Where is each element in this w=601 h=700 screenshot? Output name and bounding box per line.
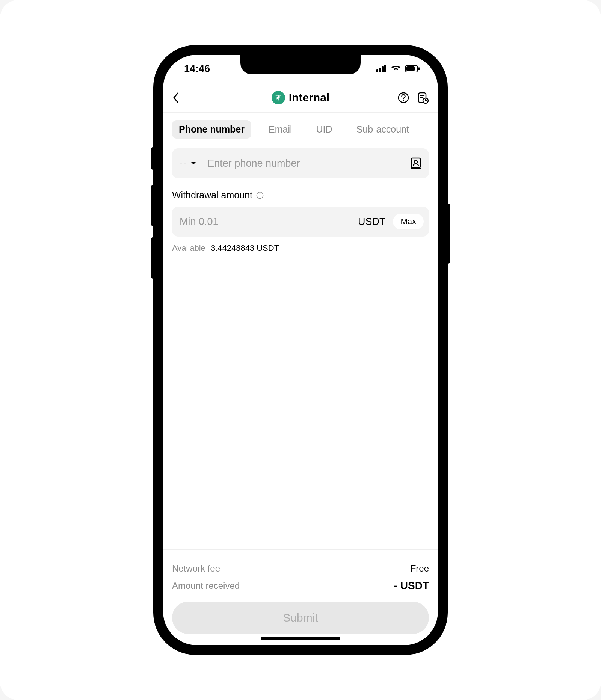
- svg-rect-1: [379, 68, 381, 72]
- amount-field: USDT Max: [172, 207, 429, 237]
- chevron-left-icon: [172, 92, 180, 103]
- info-icon[interactable]: [256, 192, 264, 199]
- phone-field: --: [172, 148, 429, 178]
- contacts-button[interactable]: [410, 157, 421, 169]
- amount-input[interactable]: [180, 216, 353, 228]
- svg-rect-2: [382, 66, 384, 72]
- recipient-tabs: Phone number Email UID Sub-account: [163, 113, 438, 143]
- help-button[interactable]: [397, 92, 409, 104]
- svg-point-14: [414, 160, 417, 163]
- contact-book-icon: [410, 157, 421, 169]
- battery-icon: [405, 65, 420, 72]
- tab-email[interactable]: Email: [262, 120, 299, 139]
- amount-received-value: - USDT: [394, 580, 429, 592]
- wifi-icon: [391, 65, 401, 72]
- submit-button[interactable]: Submit: [172, 602, 429, 634]
- page-title: Internal: [289, 91, 329, 104]
- history-button[interactable]: [417, 92, 429, 104]
- available-value: 3.44248843 USDT: [211, 243, 279, 253]
- side-button: [151, 185, 155, 226]
- svg-rect-0: [376, 69, 378, 72]
- tab-sub-account[interactable]: Sub-account: [350, 120, 416, 139]
- cellular-icon: [376, 65, 387, 72]
- caret-down-icon: [190, 161, 196, 165]
- svg-point-8: [403, 100, 404, 101]
- svg-rect-3: [384, 65, 386, 72]
- phone-input[interactable]: [207, 158, 405, 169]
- max-button[interactable]: Max: [393, 214, 424, 229]
- side-button: [151, 237, 155, 279]
- nav-bar: ₮ Internal: [163, 83, 438, 113]
- amount-label-row: Withdrawal amount: [163, 178, 438, 203]
- phone-frame: 14:46 ₮: [154, 46, 447, 654]
- screen: 14:46 ₮: [163, 55, 438, 645]
- home-indicator[interactable]: [261, 637, 340, 640]
- available-row: Available 3.44248843 USDT: [163, 237, 438, 253]
- footer: Network fee Free Amount received - USDT …: [163, 549, 438, 645]
- notch: [240, 55, 361, 74]
- country-code-select[interactable]: --: [180, 158, 196, 169]
- country-code-value: --: [180, 158, 187, 169]
- svg-rect-5: [406, 66, 415, 71]
- svg-point-17: [260, 193, 260, 194]
- network-fee-label: Network fee: [172, 563, 220, 574]
- network-fee-value: Free: [411, 563, 429, 574]
- amount-label: Withdrawal amount: [172, 190, 252, 201]
- side-button: [446, 204, 450, 264]
- svg-rect-6: [418, 67, 420, 70]
- tab-uid[interactable]: UID: [310, 120, 339, 139]
- tether-icon: ₮: [272, 91, 285, 104]
- status-time: 14:46: [184, 63, 210, 75]
- divider: [202, 156, 202, 171]
- help-icon: [397, 92, 409, 104]
- history-icon: [417, 92, 429, 104]
- tab-phone-number[interactable]: Phone number: [172, 120, 251, 139]
- amount-unit: USDT: [358, 216, 386, 228]
- back-button[interactable]: [172, 92, 187, 103]
- amount-received-label: Amount received: [172, 581, 240, 591]
- available-label: Available: [172, 243, 205, 253]
- side-button: [151, 147, 155, 170]
